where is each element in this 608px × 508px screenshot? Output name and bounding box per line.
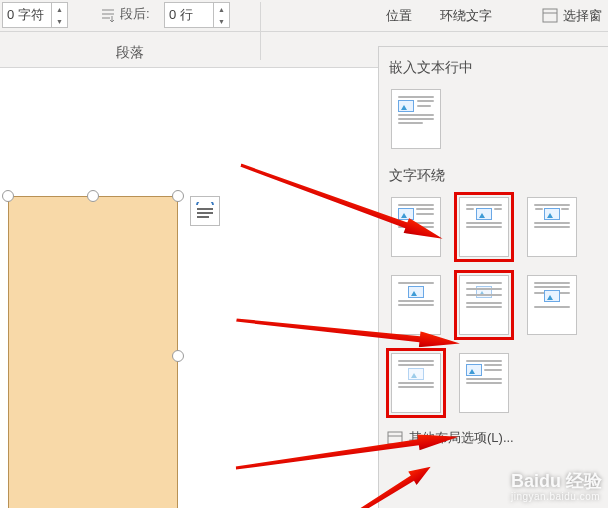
group-paragraph-label: 段落 (0, 44, 260, 62)
layout-options-button[interactable] (190, 196, 220, 226)
position-button[interactable]: 位置 (386, 0, 412, 32)
chevron-down-icon[interactable]: ▼ (52, 15, 67, 27)
spacing-after-spinner[interactable]: 0 行 ▲ ▼ (164, 2, 230, 28)
image-icon (476, 208, 492, 220)
spacing-after-label: 段后: (120, 5, 150, 23)
chevron-down-icon[interactable]: ▼ (214, 15, 229, 27)
image-icon (408, 286, 424, 298)
document-canvas[interactable] (0, 68, 378, 508)
wrap-option-square[interactable] (391, 197, 441, 257)
chevron-up-icon[interactable]: ▲ (214, 3, 229, 15)
group-separator (260, 2, 261, 60)
wrap-option-extra[interactable] (459, 353, 509, 413)
wrap-option-top-bottom[interactable] (391, 275, 441, 335)
wrap-option-through-2[interactable] (391, 353, 441, 413)
svg-rect-3 (543, 9, 557, 22)
image-icon (398, 100, 414, 112)
resize-handle-ne[interactable] (172, 190, 184, 202)
image-icon (398, 208, 414, 220)
layout-options-icon (195, 202, 215, 220)
resize-handle-e[interactable] (172, 350, 184, 362)
resize-handle-nw[interactable] (2, 190, 14, 202)
spacing-after-icon (96, 3, 120, 27)
wrap-option-through[interactable] (527, 197, 577, 257)
svg-rect-6 (197, 212, 213, 214)
wrap-option-tight[interactable] (459, 197, 509, 257)
indent-right-spinner[interactable]: 0 字符 ▲ ▼ (2, 2, 68, 28)
resize-handle-n[interactable] (87, 190, 99, 202)
chevron-up-icon[interactable]: ▲ (52, 3, 67, 15)
watermark: Baidu 经验 jingyan.baidu.com (511, 469, 602, 502)
section-wrap-header: 文字环绕 (389, 167, 600, 185)
image-icon (544, 208, 560, 220)
selection-pane-button[interactable]: 选择窗 (542, 0, 602, 32)
indent-value: 0 字符 (3, 6, 51, 24)
spacing-spin-buttons[interactable]: ▲ ▼ (213, 3, 229, 27)
wrap-text-panel: 嵌入文本行中 文字环绕 (378, 46, 608, 508)
image-icon (466, 364, 482, 376)
wrap-option-behind-text[interactable] (459, 275, 509, 335)
wrap-option-inline[interactable] (391, 89, 441, 149)
selected-shape[interactable] (8, 196, 178, 508)
ribbon-strip: 0 字符 ▲ ▼ 段后: 0 行 ▲ ▼ 位置 环绕文字 选择窗 (0, 0, 608, 32)
wrap-text-button[interactable]: 环绕文字 (440, 0, 492, 32)
svg-rect-7 (197, 216, 209, 218)
wrap-option-in-front[interactable] (527, 275, 577, 335)
image-icon (544, 290, 560, 302)
section-inline-header: 嵌入文本行中 (389, 59, 600, 77)
image-icon (408, 368, 424, 380)
layout-icon (387, 431, 403, 445)
svg-rect-8 (388, 432, 402, 444)
more-layout-options[interactable]: 其他布局选项(L)... (387, 429, 600, 447)
indent-spin-buttons[interactable]: ▲ ▼ (51, 3, 67, 27)
svg-rect-5 (197, 208, 213, 210)
spacing-after-value: 0 行 (165, 6, 213, 24)
